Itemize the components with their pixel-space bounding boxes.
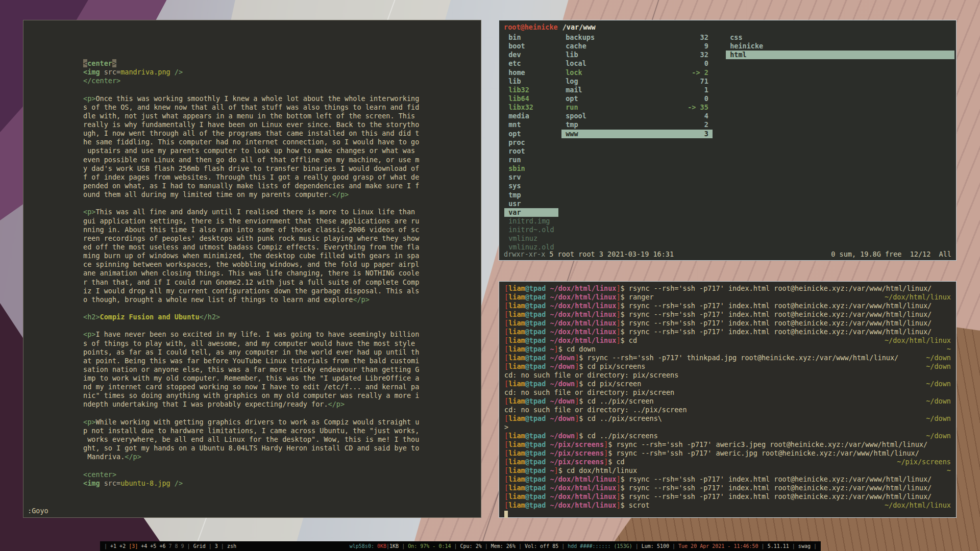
ranger-parent-item[interactable]: initrd.img <box>504 217 558 226</box>
editor-line: imp to work with my old computer. Rememb… <box>83 374 419 383</box>
terminal-line: [liam@tpad ~/dox/html/linux]$ rsync --rs… <box>504 475 951 484</box>
editor-line: </center> <box>83 77 419 85</box>
ranger-parent-item[interactable]: etc <box>504 59 558 68</box>
editor-line: s of things to play with, all awesome, a… <box>83 339 419 348</box>
terminal-line: [liam@tpad ~/pix/screens]$ rsync --rsh='… <box>504 449 951 458</box>
ranger-parent-item[interactable]: dev <box>504 51 558 59</box>
editor-line: pended on what, as I had to manually mak… <box>83 182 419 190</box>
editor-line <box>83 199 419 208</box>
editor-line: ound them all during my limited time on … <box>83 190 419 199</box>
ranger-parent-item[interactable]: mnt <box>504 120 558 129</box>
ranger-parent-item[interactable]: libx32 <box>504 103 558 112</box>
terminal-line: [liam@tpad ~/down]$ cd ../pix/screens~/d… <box>504 432 951 440</box>
editor-line: points, as far as I could tell, as any c… <box>83 348 419 357</box>
ranger-preview-item[interactable]: heinicke <box>726 42 954 51</box>
status-segment[interactable]: Grid <box>193 543 206 549</box>
editor-line: nning in. About this time I also ran int… <box>83 226 419 234</box>
terminal-line: [liam@tpad ~/dox/html/linux]$ cd~/dox/ht… <box>504 336 951 345</box>
ranger-parent-item[interactable]: usr <box>504 199 558 208</box>
status-segment: swag <box>798 543 811 549</box>
status-segment[interactable]: | <box>206 543 215 549</box>
ranger-parent-item[interactable]: proc <box>504 138 558 147</box>
terminal-line: [liam@tpad ~/down]$ cd pix/screens~/down <box>504 362 951 371</box>
status-segment: | <box>811 543 817 549</box>
ranger-directory-item[interactable]: backups32 <box>561 33 713 42</box>
status-segment: | <box>399 543 408 549</box>
file-info: 5 root root 3 2021-03-19 16:31 <box>549 250 674 259</box>
status-segment: | <box>789 543 798 549</box>
ranger-current-column: backups32 cache9 lib32 local0 lock-> 2 l… <box>561 33 713 138</box>
status-segment[interactable]: | <box>218 543 227 549</box>
ranger-parent-item[interactable]: media <box>504 112 558 120</box>
ranger-directory-item[interactable]: www3 <box>561 130 713 138</box>
terminal-line <box>504 510 951 518</box>
ranger-summary: 0 sum, 19.8G free 12/12 All <box>831 250 951 259</box>
terminal-line: > <box>504 423 951 432</box>
ranger-parent-item[interactable]: srv <box>504 173 558 182</box>
ranger-directory-item[interactable]: spool4 <box>561 112 713 120</box>
terminal-line: cd: no such file or directory: ../pix/sc… <box>504 406 951 414</box>
workspace-tags[interactable]: | +1 +2 [3] +4 +5 +6 7 8 9 | Grid | 3 | … <box>104 541 236 551</box>
status-segment[interactable]: 7 8 9 <box>168 543 187 549</box>
status-segment[interactable]: | <box>104 543 110 549</box>
terminal-line: cd: no such file or directory: pix/scree… <box>504 371 951 380</box>
status-segment: 0KB <box>377 543 386 549</box>
ranger-preview-item[interactable]: html <box>726 51 954 59</box>
status-segment[interactable]: zsh <box>227 543 236 549</box>
editor-line: at point. Being this was far before YouT… <box>83 357 419 365</box>
editor-line: f of index pages from websites. Through … <box>83 173 419 182</box>
ranger-window[interactable]: root@heinicke/var/www bin boot dev etc h… <box>499 20 957 261</box>
editor-line: nic" times so doing anything with graphi… <box>83 391 419 400</box>
terminal-window[interactable]: [liam@tpad ~/dox/html/linux]$ rsync --rs… <box>499 281 957 518</box>
ranger-parent-item[interactable]: root <box>504 147 558 156</box>
editor-line: <h2>Compiz Fusion and Ubuntu</h2> <box>83 313 419 321</box>
ranger-directory-item[interactable]: lock-> 2 <box>561 68 713 77</box>
ranger-preview-item[interactable]: css <box>726 33 954 42</box>
editor-line: Mandriva.</p> <box>83 453 419 461</box>
editor-line: <p>Once this was working smoothly I knew… <box>83 94 419 103</box>
status-segment: | <box>669 543 678 549</box>
ranger-parent-item[interactable]: initrd~.old <box>504 226 558 234</box>
editor-line: <p>This was all fine and dandy until I r… <box>83 208 419 216</box>
editor-line <box>83 409 419 418</box>
ranger-parent-item[interactable]: bin <box>504 33 558 42</box>
editor-line: <p>While working with getting graphics d… <box>83 418 419 427</box>
status-segment: 5.11.11 <box>768 543 789 549</box>
status-segment[interactable]: [3] <box>129 543 138 549</box>
ranger-directory-item[interactable]: log71 <box>561 77 713 86</box>
ranger-parent-item[interactable]: tmp <box>504 191 558 199</box>
status-segment[interactable]: +1 +2 <box>110 543 129 549</box>
terminal-line: [liam@tpad ~/pix/screens]$ rsync --rsh='… <box>504 440 951 449</box>
ranger-directory-item[interactable]: run-> 35 <box>561 103 713 112</box>
ranger-parent-item[interactable]: vmlinuz <box>504 234 558 243</box>
ranger-parent-item[interactable]: lib32 <box>504 86 558 94</box>
ranger-host-label: root@heinicke <box>504 23 558 31</box>
ranger-parent-item[interactable]: opt <box>504 130 558 138</box>
ranger-parent-item[interactable]: sbin <box>504 164 558 173</box>
terminal-line: [liam@tpad ~/down]$ cd ../pix/screens\~/… <box>504 414 951 423</box>
ranger-directory-item[interactable]: opt0 <box>561 94 713 103</box>
ranger-path-label: /var/www <box>562 23 596 31</box>
terminal-cursor <box>504 511 508 518</box>
ranger-parent-item[interactable]: var <box>504 208 558 217</box>
vim-command-line[interactable]: :Goyo <box>28 507 48 515</box>
ranger-directory-item[interactable]: tmp2 <box>561 120 713 129</box>
status-segment[interactable]: | <box>187 543 193 549</box>
ranger-directory-item[interactable]: mail1 <box>561 86 713 94</box>
goyo-editor-window[interactable]: <center><img src=mandriva.png /></center… <box>23 20 481 518</box>
ranger-parent-item[interactable]: run <box>504 156 558 164</box>
ranger-parent-item[interactable]: sys <box>504 182 558 190</box>
ranger-parent-item[interactable]: home <box>504 68 558 77</box>
ranger-parent-item[interactable]: lib <box>504 77 558 86</box>
editor-line: ght, so I got my hands on a Ubuntu 8.04L… <box>83 444 419 453</box>
status-segment: | <box>482 543 491 549</box>
ranger-directory-item[interactable]: cache9 <box>561 42 713 51</box>
editor-line: ndepth undertaking that I was probably e… <box>83 400 419 409</box>
status-segment[interactable]: +4 +5 +6 <box>138 543 168 549</box>
ranger-directory-item[interactable]: lib32 <box>561 51 713 59</box>
status-segment: Tue 20 Apr 2021 - 11:46:50 <box>678 543 758 549</box>
ranger-parent-item[interactable]: lib64 <box>504 94 558 103</box>
ranger-parent-item[interactable]: boot <box>504 42 558 51</box>
ranger-directory-item[interactable]: local0 <box>561 59 713 68</box>
editor-line: <p>I have never been so excited in my li… <box>83 330 419 339</box>
